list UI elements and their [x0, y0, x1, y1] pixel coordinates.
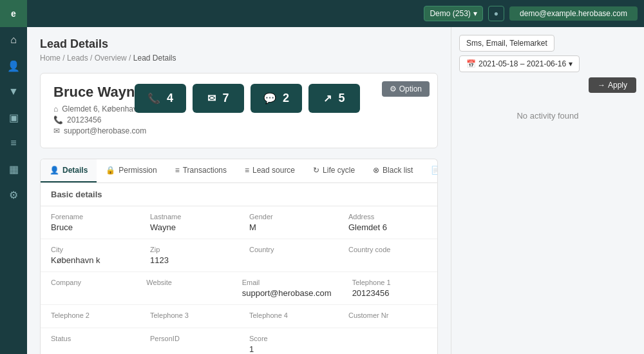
details-row-4: Telephone 2 Telephone 3 Telephone 4 Cust…: [41, 305, 437, 328]
date-range-label: 2021-05-18 – 2021-06-16: [478, 59, 566, 68]
phone-icon: 📞: [147, 92, 160, 104]
cell-forename: Forename Bruce: [41, 206, 140, 239]
details-row-5: Status PersonID Score 1: [41, 328, 437, 354]
cell-country: Country: [239, 239, 338, 271]
shares-count: 5: [338, 92, 345, 105]
app-logo[interactable]: e: [0, 0, 27, 27]
chevron-down-icon: ▾: [569, 59, 573, 68]
stat-buttons-group: 📞 4 ✉ 7 💬 2 ↗ 5: [135, 84, 360, 113]
breadcrumb-overview[interactable]: Overview: [95, 54, 127, 63]
content-area: Lead Details Home / Leads / Overview / L…: [27, 27, 644, 354]
basic-details-title: Basic details: [41, 183, 437, 206]
address-icon: ⌂: [53, 104, 58, 113]
tab-contracts[interactable]: 📄 Contracts: [422, 159, 438, 182]
messages-stat-button[interactable]: 💬 2: [251, 84, 302, 113]
share-icon: ↗: [323, 92, 332, 104]
topbar-user-email[interactable]: demo@example.herobase.com: [509, 6, 638, 21]
tab-details[interactable]: 👤 Details: [41, 159, 97, 182]
calls-stat-button[interactable]: 📞 4: [135, 84, 186, 113]
page-title: Lead Details: [40, 37, 438, 51]
sidebar-item-chart[interactable]: ▦: [0, 156, 27, 182]
chevron-down-icon: ▾: [473, 9, 477, 18]
details-row-2: City København k Zip 1123 Country Countr…: [41, 239, 437, 272]
tab-black-list[interactable]: ⊗ Black list: [364, 159, 422, 182]
breadcrumb-leads[interactable]: Leads: [67, 54, 88, 63]
list-icon: ≡: [175, 166, 180, 175]
shares-stat-button[interactable]: ↗ 5: [308, 84, 360, 113]
contracts-icon: 📄: [431, 166, 438, 175]
main-area: Demo (253) ▾ ● demo@example.herobase.com…: [27, 0, 644, 354]
tab-lead-source[interactable]: ≡ Lead source: [236, 159, 304, 182]
sidebar: e ⌂ 👤 ▼ ▣ ≡ ▦ ⚙: [0, 0, 27, 354]
cell-email: Email support@herobase.com: [232, 272, 342, 304]
cell-zip: Zip 1123: [140, 239, 239, 271]
details-card: Basic details Forename Bruce Lastname Wa…: [40, 182, 438, 354]
filter-row: Sms, Email, Telemarket 📅 2021-05-18 – 20…: [459, 35, 636, 72]
cycle-icon: ↻: [313, 166, 319, 175]
sidebar-item-users[interactable]: 👤: [0, 53, 27, 79]
breadcrumb-home[interactable]: Home: [40, 54, 61, 63]
cell-address: Address Glemdet 6: [338, 206, 437, 239]
breadcrumb-current: Lead Details: [133, 54, 176, 63]
topbar-icon-btn[interactable]: ●: [488, 6, 504, 21]
sidebar-item-home[interactable]: ⌂: [0, 27, 27, 53]
chat-icon: 💬: [263, 92, 276, 104]
emails-count: 7: [222, 92, 229, 105]
details-row-1: Forename Bruce Lastname Wayne Gender M A…: [41, 206, 437, 239]
tab-permission[interactable]: 🔒 Permission: [97, 159, 166, 182]
block-icon: ⊗: [373, 166, 379, 175]
cell-website: Website: [136, 272, 231, 304]
cell-city: City København k: [41, 239, 140, 271]
messages-count: 2: [283, 92, 289, 105]
tab-life-cycle[interactable]: ↻ Life cycle: [304, 159, 364, 182]
cell-customer-nr: Customer Nr: [338, 305, 437, 328]
cell-status: Status: [41, 328, 140, 354]
gear-icon: ⚙: [390, 84, 397, 93]
cell-personid: PersonID: [140, 328, 239, 354]
cell-score: Score 1: [239, 328, 338, 354]
lock-icon: 🔒: [106, 166, 115, 175]
phone-icon-small: 📞: [53, 115, 63, 124]
lead-header-card: ⚙ Option 📞 4 ✉ 7 💬 2: [40, 73, 438, 148]
cell-telephone4: Telephone 4: [239, 305, 338, 328]
date-filter[interactable]: 📅 2021-05-18 – 2021-06-16 ▾: [459, 55, 580, 72]
user-icon: 👤: [50, 166, 59, 175]
tab-transactions[interactable]: ≡ Transactions: [166, 159, 236, 182]
lead-email: ✉ support@herobase.com: [53, 126, 424, 135]
email-icon: ✉: [207, 92, 216, 104]
calls-count: 4: [167, 92, 173, 105]
details-row-3: Company Website Email support@herobase.c…: [41, 272, 437, 305]
demo-selector[interactable]: Demo (253) ▾: [424, 6, 482, 21]
sidebar-item-filter[interactable]: ▼: [0, 79, 27, 104]
tabs-bar: 👤 Details 🔒 Permission ≡ Transactions ≡ …: [40, 159, 438, 182]
cell-company: Company: [41, 272, 136, 304]
option-button[interactable]: ⚙ Option: [382, 81, 430, 97]
lead-phone: 📞 20123456: [53, 115, 424, 124]
cell-empty: [338, 328, 437, 354]
apply-label: Apply: [608, 81, 627, 90]
channel-filter-tag[interactable]: Sms, Email, Telemarket: [459, 35, 554, 52]
sidebar-item-document[interactable]: ▣: [0, 104, 27, 130]
filter-label: Sms, Email, Telemarket: [466, 39, 547, 48]
breadcrumb: Home / Leads / Overview / Lead Details: [40, 54, 438, 63]
cell-lastname: Lastname Wayne: [140, 206, 239, 239]
sidebar-item-settings[interactable]: ⚙: [0, 182, 27, 208]
right-panel: Sms, Email, Telemarket 📅 2021-05-18 – 20…: [451, 27, 644, 354]
demo-label: Demo (253): [430, 9, 470, 18]
no-activity-message: No activity found: [459, 98, 636, 133]
arrow-icon: →: [598, 81, 605, 90]
left-panel: Lead Details Home / Leads / Overview / L…: [27, 27, 451, 354]
apply-button[interactable]: → Apply: [589, 77, 636, 93]
calendar-icon: 📅: [466, 59, 476, 68]
cell-telephone3: Telephone 3: [140, 305, 239, 328]
cell-country-code: Country code: [338, 239, 437, 271]
cell-gender: Gender M: [239, 206, 338, 239]
cell-telephone1: Telephone 1 20123456: [342, 272, 437, 304]
topbar: Demo (253) ▾ ● demo@example.herobase.com: [27, 0, 644, 27]
option-label: Option: [399, 84, 422, 93]
cell-telephone2: Telephone 2: [41, 305, 140, 328]
grid-icon: ≡: [245, 166, 249, 175]
sidebar-item-list[interactable]: ≡: [0, 130, 27, 156]
emails-stat-button[interactable]: ✉ 7: [193, 84, 244, 113]
email-icon-small: ✉: [53, 126, 60, 135]
